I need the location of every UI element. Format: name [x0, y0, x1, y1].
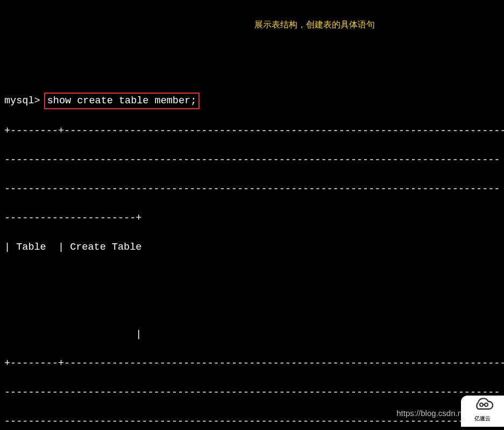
- cloud-icon: [471, 397, 494, 412]
- separator-row: ----------------------------------------…: [4, 153, 500, 167]
- highlight-box-command: show create table member;: [44, 93, 200, 109]
- separator-row: +--------+------------------------------…: [4, 356, 500, 371]
- svg-point-1: [485, 403, 488, 406]
- svg-point-0: [480, 403, 483, 406]
- header-col-table: | Table |: [4, 242, 64, 253]
- logo-badge: 亿速云: [461, 396, 504, 427]
- blank-pipe-line: |: [4, 327, 500, 342]
- header-col-create: Create Table: [64, 242, 141, 253]
- annotation-comment: 展示表结构，创建表的具体语句: [254, 17, 375, 32]
- blank-line: [4, 298, 500, 313]
- blank-line: [4, 269, 500, 284]
- watermark-url: https://blog.csdn.n: [396, 406, 462, 420]
- separator-row: ----------------------------------------…: [4, 182, 500, 196]
- separator-row: ----------------------+: [4, 211, 500, 225]
- mysql-prompt: mysql>: [4, 95, 40, 107]
- separator-row: ----------------------------------------…: [4, 385, 500, 400]
- prompt-line-1[interactable]: mysql> show create table member;: [4, 93, 500, 109]
- separator-row: +--------+------------------------------…: [4, 124, 500, 138]
- sql-command: show create table member;: [47, 95, 197, 107]
- logo-text: 亿速云: [474, 411, 491, 426]
- header-row: | Table | Create Table: [4, 240, 500, 255]
